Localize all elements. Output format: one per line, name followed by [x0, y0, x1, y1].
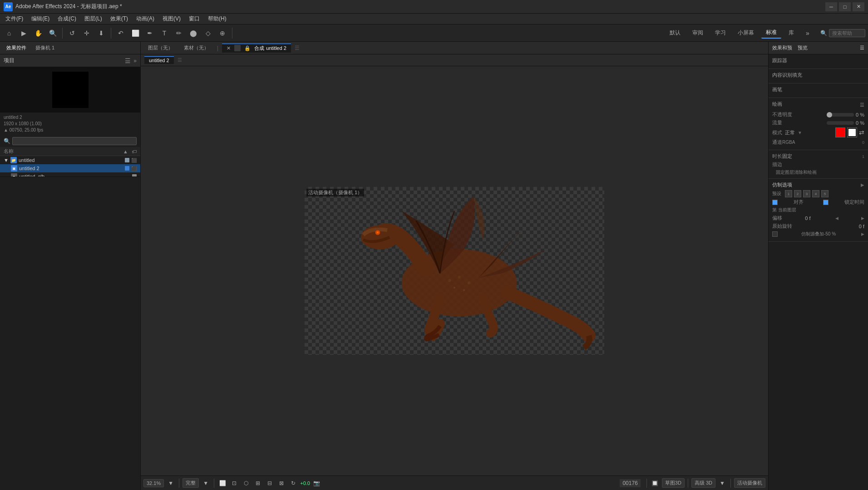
workspace-more[interactable]: » — [801, 27, 814, 39]
pen-tool[interactable]: ✒ — [143, 27, 156, 39]
preview-tab[interactable]: 预览 — [798, 44, 808, 51]
project-search-input[interactable] — [12, 137, 137, 145]
paint-menu-icon[interactable]: ☰ — [860, 102, 864, 108]
add-tool[interactable]: ✛ — [80, 27, 93, 39]
tag-icon[interactable]: 🏷 — [132, 149, 137, 154]
zoom-dropdown[interactable]: ▼ — [166, 478, 176, 488]
simulate-checkbox[interactable] — [772, 231, 778, 237]
opacity-slider[interactable] — [827, 113, 854, 117]
menu-edit[interactable]: 编辑(E) — [28, 14, 53, 24]
ruler-view[interactable]: ⊠ — [276, 478, 286, 488]
text-tool[interactable]: T — [158, 27, 171, 39]
stamp-tool[interactable]: ⬤ — [187, 27, 200, 39]
effects-preview-tab[interactable]: 效果和预 — [772, 44, 792, 51]
rotate-tool[interactable]: ↺ — [66, 27, 79, 39]
viewer-canvas[interactable]: 活动摄像机（摄像机 1） — [141, 66, 768, 475]
maximize-button[interactable]: □ — [839, 2, 851, 11]
offset-value[interactable]: 0 f — [805, 216, 810, 221]
menu-help[interactable]: 帮助(H) — [204, 14, 230, 24]
sketch3d-btn[interactable]: 草图3D — [662, 478, 685, 488]
viewer-tab-footage[interactable]: 素材（无） — [179, 44, 213, 52]
offset-adjust-right[interactable]: ▶ — [861, 216, 864, 220]
help-search-input[interactable] — [829, 29, 865, 37]
grid-view[interactable]: ⊞ — [253, 478, 263, 488]
workspace-small[interactable]: 小屏幕 — [733, 28, 759, 38]
original-transform-value[interactable]: 0 f — [859, 224, 864, 229]
select-tool[interactable]: ▶ — [17, 27, 30, 39]
workspace-review[interactable]: 审阅 — [688, 28, 708, 38]
3d-btn[interactable]: 🔲 — [650, 478, 660, 488]
folder-color — [125, 158, 129, 162]
hand-tool[interactable]: ✋ — [32, 27, 44, 39]
snapshot-btn[interactable]: 📷 — [312, 478, 322, 488]
shape-tool[interactable]: ◇ — [202, 27, 214, 39]
menu-layer[interactable]: 图层(L) — [81, 14, 106, 24]
advanced3d-dropdown[interactable]: ▼ — [717, 478, 727, 488]
menu-composition[interactable]: 合成(C) — [54, 14, 80, 24]
quality-control[interactable]: 完整 — [182, 478, 199, 488]
aligned-checkbox[interactable] — [772, 200, 778, 205]
sync-icon[interactable]: ↻ — [288, 478, 298, 488]
background-color[interactable] — [847, 127, 857, 137]
sort-up-icon[interactable]: ▲ — [123, 149, 128, 154]
item-untitled-glb[interactable]: ■ untitled_glb — [0, 172, 140, 176]
home-button[interactable]: ⌂ — [3, 27, 15, 39]
quality-dropdown[interactable]: ▼ — [201, 478, 211, 488]
workspace-learn[interactable]: 学习 — [710, 28, 730, 38]
active-camera-btn[interactable]: 活动摄像机 — [734, 478, 765, 488]
puppet-tool[interactable]: ⊕ — [216, 27, 229, 39]
foreground-color[interactable] — [835, 127, 845, 137]
project-menu-icon[interactable]: ☰ — [125, 57, 131, 64]
left-top-header: 效果控件 摄像机 1 — [0, 42, 140, 54]
clone-expand[interactable]: ▶ — [861, 182, 864, 187]
undo-tool[interactable]: ↶ — [114, 27, 127, 39]
menu-window[interactable]: 窗口 — [185, 14, 203, 24]
minimize-button[interactable]: ─ — [825, 2, 837, 11]
viewer-tab-layer[interactable]: 图层（无） — [143, 44, 178, 52]
offset-adjust-left[interactable]: ◀ — [835, 216, 838, 220]
preset-slot-1[interactable]: 1 — [785, 190, 792, 197]
advanced3d-btn[interactable]: 高级 3D — [691, 478, 715, 488]
workspace-default[interactable]: 默认 — [665, 28, 685, 38]
workspace-library[interactable]: 库 — [784, 28, 799, 38]
camera-tool[interactable]: ⬇ — [95, 27, 108, 39]
original-transform-label: 原始旋转 — [772, 223, 792, 230]
menu-animation[interactable]: 动画(A) — [133, 14, 158, 24]
flow-slider[interactable] — [827, 121, 854, 125]
zoom-control[interactable]: 32.1% — [143, 479, 164, 487]
right-panel-menu[interactable]: ☰ — [860, 45, 864, 51]
selection-tool[interactable]: ⬜ — [129, 27, 142, 39]
menu-file[interactable]: 文件(F) — [2, 14, 27, 24]
lock-time-checkbox[interactable] — [823, 200, 829, 205]
preset-slot-4[interactable]: 4 — [812, 190, 819, 197]
guide-view[interactable]: ⊟ — [265, 478, 275, 488]
simulate-adjust[interactable]: ▶ — [861, 232, 864, 236]
project-expand-icon[interactable]: » — [133, 58, 137, 64]
mode-dropdown[interactable]: 正常 — [785, 129, 795, 136]
duration-value[interactable]: 固定 — [782, 153, 792, 160]
menu-view[interactable]: 视图(V) — [159, 14, 184, 24]
viewer-sub-menu[interactable]: ☰ — [178, 57, 182, 63]
swap-colors-icon[interactable]: ⇄ — [859, 129, 864, 136]
item-untitled2[interactable]: ▣ untitled 2 ⬛ — [0, 164, 140, 172]
vbb-sep-2 — [214, 479, 214, 488]
effects-tab[interactable]: 效果控件 — [4, 44, 29, 52]
roi-tool[interactable]: ⊡ — [229, 478, 239, 488]
viewer-timecode[interactable]: 00176 — [620, 479, 640, 487]
workspace-standard[interactable]: 标准 — [761, 27, 781, 39]
comp-sub-tab[interactable]: untitled 2 — [144, 56, 174, 64]
viewer-tab-comp[interactable]: ✕ 🔒 合成 合成 untitled 2 untitled 2 — [222, 44, 291, 53]
preset-slot-2[interactable]: 2 — [794, 190, 801, 197]
camera-tab[interactable]: 摄像机 1 — [33, 44, 57, 52]
toggle-transparency[interactable]: ⬜ — [217, 478, 227, 488]
viewer-tab-menu[interactable]: ☰ — [295, 45, 300, 51]
preset-slot-3[interactable]: 3 — [803, 190, 810, 197]
menu-effects[interactable]: 效果(T) — [107, 14, 132, 24]
preset-slot-5[interactable]: 5 — [821, 190, 829, 197]
comp-tab-close-icon[interactable]: ✕ — [227, 45, 231, 51]
mask-view[interactable]: ⬡ — [241, 478, 251, 488]
zoom-tool[interactable]: 🔍 — [46, 27, 59, 39]
close-button[interactable]: ✕ — [853, 2, 864, 11]
brush-tool[interactable]: ✏ — [173, 27, 185, 39]
folder-untitled[interactable]: ▼ 📁 untitled ⬛ — [0, 156, 140, 164]
